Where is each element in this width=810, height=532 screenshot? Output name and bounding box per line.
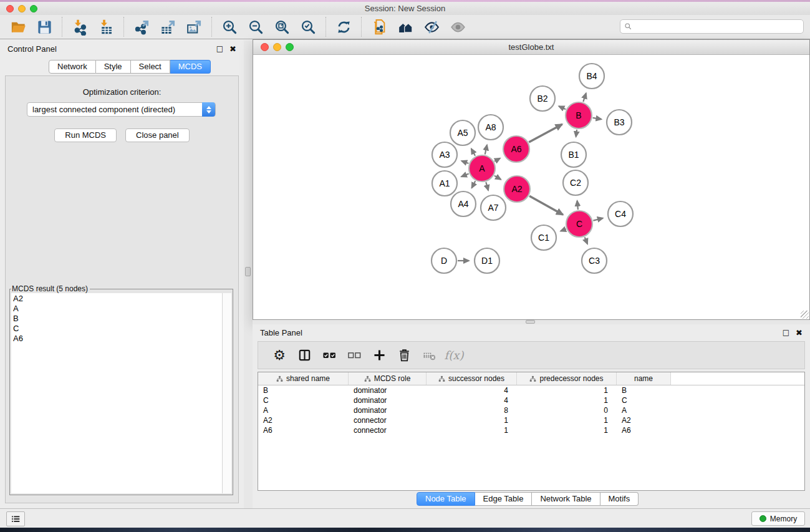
new-network-view-icon[interactable]	[366, 16, 392, 37]
deselect-all-icon[interactable]	[342, 344, 367, 367]
column-header-name[interactable]: name	[617, 372, 671, 385]
mcds-result-item[interactable]: A	[13, 304, 222, 314]
graph-edge-A-A5[interactable]	[471, 148, 475, 155]
zoom-fit-icon[interactable]	[269, 16, 295, 37]
float-panel-icon[interactable]: □	[216, 44, 223, 53]
table-tab-node-table[interactable]: Node Table	[417, 492, 475, 506]
window-resize-grip[interactable]	[801, 311, 809, 319]
columns-icon[interactable]	[292, 344, 317, 367]
graph-edge-A-A3[interactable]	[461, 161, 468, 163]
refresh-view-icon[interactable]	[330, 16, 357, 37]
close-panel-icon[interactable]: ✖	[229, 44, 236, 54]
show-graphics-details-icon[interactable]	[445, 16, 471, 37]
optimization-criterion-select[interactable]: largest connected component (directed)	[27, 102, 216, 117]
result-list-scrollbar[interactable]	[223, 293, 231, 493]
table-cell-successor-nodes[interactable]: 1	[427, 426, 517, 435]
table-cell-successor-nodes[interactable]: 1	[427, 416, 517, 425]
graph-edge-B-B3[interactable]	[593, 118, 602, 119]
table-row[interactable]: A6connector11A6	[258, 425, 804, 435]
table-row[interactable]: Adominator80A	[258, 405, 804, 415]
column-header-successor-nodes[interactable]: successor nodes	[427, 372, 517, 385]
table-cell-name[interactable]: A2	[617, 416, 671, 425]
graph-edge-C-C3[interactable]	[585, 237, 587, 244]
export-image-icon[interactable]	[181, 16, 207, 37]
table-cell-name[interactable]: A	[617, 406, 671, 415]
table-row[interactable]: Cdominator41C	[258, 395, 804, 405]
memory-button[interactable]: Memory	[751, 511, 805, 526]
export-network-icon[interactable]	[128, 16, 155, 37]
table-cell-shared-name[interactable]: A	[258, 406, 349, 415]
table-cell-successor-nodes[interactable]: 4	[427, 386, 517, 395]
tab-network[interactable]: Network	[49, 60, 96, 74]
mcds-result-item[interactable]: A2	[13, 294, 222, 304]
table-cell-predecessor-nodes[interactable]: 1	[517, 426, 617, 435]
network-canvas[interactable]: B4B2BB3A5A8A6B1A3AA1C2A2A4A7C4CC1C3DD1	[253, 56, 809, 319]
show-panels-button[interactable]	[6, 511, 25, 526]
graph-edge-A-A2[interactable]	[494, 176, 501, 180]
table-cell-predecessor-nodes[interactable]: 1	[517, 396, 617, 405]
graph-edge-B-B1[interactable]	[576, 130, 577, 137]
table-float-panel-icon[interactable]: □	[783, 328, 789, 337]
table-cell-name[interactable]: A6	[617, 426, 671, 435]
mcds-result-item[interactable]: B	[13, 314, 222, 324]
table-tab-motifs[interactable]: Motifs	[600, 492, 639, 506]
horizontal-split-divider[interactable]	[253, 320, 810, 324]
table-close-panel-icon[interactable]: ✖	[796, 328, 803, 337]
network-window-titlebar[interactable]: testGlobe.txt	[253, 40, 809, 55]
graph-edge-C-C4[interactable]	[593, 218, 602, 221]
horizontal-split-handle[interactable]	[526, 320, 535, 324]
table-cell-MCDS-role[interactable]: connector	[349, 426, 427, 435]
home-icon[interactable]	[392, 16, 418, 37]
graph-edge-C-C2[interactable]	[577, 201, 578, 210]
graph-edge-A-A8[interactable]	[485, 145, 487, 154]
tab-select[interactable]: Select	[131, 60, 170, 74]
table-cell-name[interactable]: B	[617, 386, 671, 395]
graph-edge-B-B4[interactable]	[583, 94, 586, 102]
table-cell-predecessor-nodes[interactable]: 0	[517, 406, 617, 415]
table-cell-shared-name[interactable]: A6	[258, 426, 349, 435]
graph-edge-A2-C[interactable]	[529, 196, 563, 215]
table-tab-edge-table[interactable]: Edge Table	[475, 492, 533, 506]
delete-column-icon[interactable]	[392, 344, 417, 367]
table-tab-network-table[interactable]: Network Table	[532, 492, 600, 506]
vertical-split-handle[interactable]	[245, 267, 251, 276]
zoom-in-icon[interactable]	[216, 16, 243, 37]
graph-edge-A-A6[interactable]	[494, 158, 500, 162]
table-cell-shared-name[interactable]: B	[258, 386, 349, 395]
table-cell-successor-nodes[interactable]: 8	[427, 406, 517, 415]
graph-edge-A-A4[interactable]	[472, 181, 476, 188]
import-network-icon[interactable]	[67, 16, 93, 37]
tab-style[interactable]: Style	[96, 60, 131, 74]
export-table-icon[interactable]	[155, 16, 181, 37]
graph-edge-C-C1[interactable]	[561, 229, 566, 231]
table-row[interactable]: A2connector11A2	[258, 415, 804, 425]
save-session-icon[interactable]	[31, 16, 57, 37]
zoom-out-icon[interactable]	[243, 16, 269, 37]
settings-icon[interactable]: ⚙	[267, 344, 292, 367]
column-header-shared-name[interactable]: shared name	[258, 372, 349, 385]
graph-edge-B-B2[interactable]	[559, 106, 566, 109]
mcds-result-item[interactable]: A6	[13, 334, 222, 344]
table-cell-MCDS-role[interactable]: dominator	[349, 406, 427, 415]
table-cell-predecessor-nodes[interactable]: 1	[517, 416, 617, 425]
graph-edge-A-A1[interactable]	[461, 174, 469, 177]
table-cell-shared-name[interactable]: A2	[258, 416, 349, 425]
table-cell-MCDS-role[interactable]: dominator	[349, 386, 427, 395]
table-cell-MCDS-role[interactable]: dominator	[349, 396, 427, 405]
tab-mcds[interactable]: MCDS	[170, 60, 211, 74]
column-header-MCDS-role[interactable]: MCDS role	[349, 372, 427, 385]
table-row[interactable]: Bdominator41B	[258, 385, 804, 395]
open-session-icon[interactable]	[5, 16, 31, 37]
close-panel-button[interactable]: Close panel	[125, 128, 190, 142]
mcds-result-item[interactable]: C	[13, 324, 222, 334]
table-cell-MCDS-role[interactable]: connector	[349, 416, 427, 425]
import-table-icon[interactable]	[93, 16, 119, 37]
table-cell-successor-nodes[interactable]: 4	[427, 396, 517, 405]
graph-edge-A6-B[interactable]	[529, 124, 562, 142]
table-cell-shared-name[interactable]: C	[258, 396, 349, 405]
table-cell-name[interactable]: C	[617, 396, 671, 405]
hide-graphics-details-icon[interactable]	[418, 16, 445, 37]
run-mcds-button[interactable]: Run MCDS	[54, 128, 117, 142]
add-column-icon[interactable]	[367, 344, 392, 367]
vertical-split-divider[interactable]	[244, 41, 253, 508]
